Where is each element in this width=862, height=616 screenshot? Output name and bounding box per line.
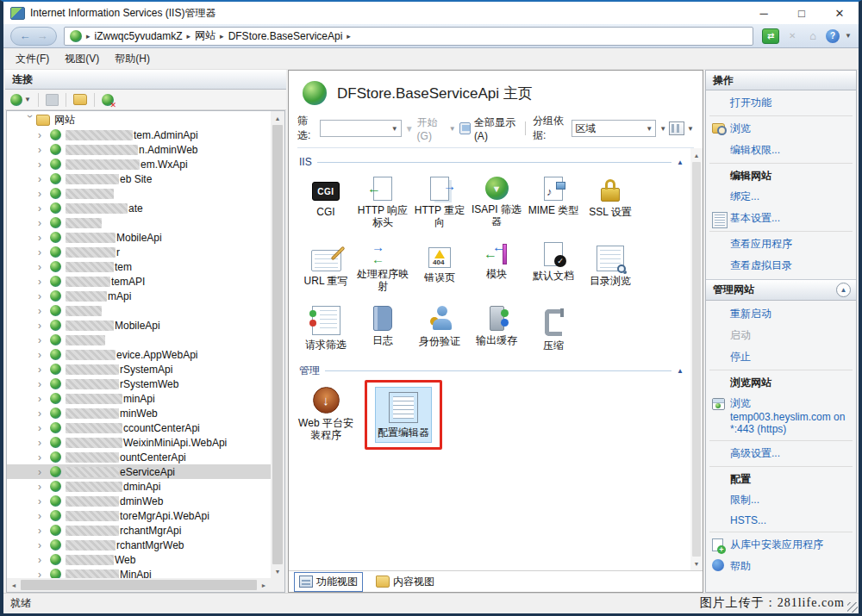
expand-chevron-icon[interactable]: › [38,451,50,464]
tree-site-item[interactable]: ›dminWeb [7,494,271,508]
view-left-dropdown-icon[interactable]: ▼ [659,125,666,133]
expand-chevron-icon[interactable]: › [38,437,50,449]
expand-chevron-icon[interactable]: › [38,246,50,258]
feature-mime-types[interactable]: MIME 类型 [525,171,582,221]
tree-site-item[interactable]: › [7,215,271,230]
refresh-icon[interactable]: ⇄ [762,28,779,44]
expand-chevron-icon[interactable]: › [38,495,50,507]
tree-site-item[interactable]: › [7,333,271,347]
feature-request-filtering[interactable]: 请求筛选 [297,301,354,355]
tree-site-item[interactable]: ›dminApi [7,479,271,494]
view-mode-icon[interactable] [669,121,684,135]
tab-features-view[interactable]: 功能视图 [294,572,363,592]
tree-site-item[interactable]: ›mApi [7,289,271,303]
expand-chevron-icon[interactable]: › [38,276,50,288]
tree-site-item[interactable]: ›rSystemWeb [7,376,271,391]
collapse-chevron-icon[interactable]: ▲ [677,159,684,166]
tree-site-item[interactable]: ›MobileApi [7,318,271,333]
forward-icon[interactable]: → [34,29,51,42]
collapse-chevron-icon[interactable]: › [24,115,36,127]
action-help[interactable]: 帮助 [706,556,856,577]
tree-site-item[interactable]: ›MobileApi [7,230,271,245]
tree-site-item[interactable]: ›tem [7,259,271,274]
breadcrumb-server[interactable]: iZwwqc5yvudamkZ [95,30,183,42]
expand-chevron-icon[interactable]: › [38,144,50,156]
expand-chevron-icon[interactable]: › [38,378,50,390]
tab-content-view[interactable]: 内容视图 [372,573,439,591]
tree-site-item[interactable]: ›tem.AdminApi [7,128,271,142]
tree-site-item[interactable]: ›minApi [7,391,271,406]
action-stop[interactable]: 停止 [706,346,856,368]
expand-chevron-icon[interactable]: › [38,334,50,346]
breadcrumb-separator-icon[interactable]: ▸ [347,32,351,40]
save-connections-icon[interactable] [46,94,59,106]
expand-chevron-icon[interactable]: › [38,290,50,302]
feature-default-document[interactable]: 默认文档 [525,237,582,286]
expand-chevron-icon[interactable]: › [38,261,50,273]
action-restart[interactable]: 重新启动 [706,303,856,325]
action-browse-site[interactable]: 浏览 temp003.heyslim.com on *:443 (https) [706,393,856,439]
help-icon[interactable]: ? [826,29,840,43]
action-view-applications[interactable]: 查看应用程序 [706,233,856,255]
menu-view[interactable]: 视图(V) [58,49,106,69]
tree-site-item[interactable]: ›WeixinMiniApi.WebApi [7,435,271,450]
collapse-circle-icon[interactable]: ▲ [836,283,851,297]
feature-compression[interactable]: 压缩 [525,301,582,356]
breadcrumb-separator-icon[interactable]: ▸ [220,32,224,40]
expand-chevron-icon[interactable]: › [38,305,50,317]
expand-chevron-icon[interactable]: › [38,525,50,537]
group-by-select[interactable]: 区域▼ [572,120,656,137]
expand-chevron-icon[interactable]: › [38,349,50,361]
expand-chevron-icon[interactable]: › [38,393,50,405]
scrollbar-thumb[interactable] [21,580,257,590]
scrollbar-thumb[interactable] [272,125,283,564]
expand-chevron-icon[interactable]: › [38,422,50,434]
action-hsts[interactable]: HSTS... [706,511,856,530]
menu-help[interactable]: 帮助(H) [108,49,157,69]
tree-site-item[interactable]: ›eServiceApi [7,464,271,479]
expand-chevron-icon[interactable]: › [38,159,50,171]
breadcrumb-sites[interactable]: 网站 [195,28,216,43]
feature-handler-mappings[interactable]: 处理程序映射 [354,237,411,297]
feature-directory-browsing[interactable]: 目录浏览 [582,237,639,291]
filter-input[interactable]: ▼ [320,120,402,137]
close-button[interactable]: ✕ [821,2,859,24]
breadcrumb-current-site[interactable]: DFStore.BaseServiceApi [228,30,343,42]
tree-site-item[interactable]: › [7,303,271,318]
expand-chevron-icon[interactable]: › [38,129,50,141]
tree-site-item[interactable]: ›toreMgrApi.WebApi [7,508,271,523]
tree-site-item[interactable]: ›em.WxApi [7,157,271,171]
feature-output-caching[interactable]: 输出缓存 [468,301,525,351]
expand-chevron-icon[interactable]: › [38,466,50,478]
feature-logging[interactable]: 日志 [354,301,411,351]
expand-chevron-icon[interactable]: › [38,217,50,229]
action-basic-settings[interactable]: 基本设置... [706,208,856,229]
feature-web-platform-installer[interactable]: Web 平台安装程序 [297,382,354,446]
expand-chevron-icon[interactable]: › [38,188,50,200]
action-advanced-settings[interactable]: 高级设置... [706,443,856,464]
feature-http-response-headers[interactable]: HTTP 响应标头 [354,171,411,233]
tree-site-item[interactable]: ›Web [7,552,271,567]
feature-authentication[interactable]: 身份验证 [411,301,468,352]
feature-configuration-editor[interactable]: 配置编辑器 [375,387,432,443]
tree-site-item[interactable]: ›r [7,245,271,259]
show-all-button[interactable]: 全部显示(A) [474,115,518,142]
menu-file[interactable]: 文件(F) [9,49,56,69]
feature-ssl-settings[interactable]: SSL 设置 [582,171,639,222]
feature-cgi[interactable]: CGI [297,171,354,222]
scroll-up-icon[interactable]: ▲ [690,148,703,162]
create-connection-button[interactable]: ▼ [10,94,31,106]
feature-modules[interactable]: 模块 [468,237,525,284]
tree-site-item[interactable]: ›eb Site [7,171,271,186]
tree-site-item[interactable]: ›rchantMgrApi [7,523,271,538]
features-scrollbar[interactable]: ▲ ▼ [690,148,703,570]
expand-chevron-icon[interactable]: › [38,554,50,566]
collapse-chevron-icon[interactable]: ▲ [677,367,684,375]
resize-grip[interactable] [847,602,858,613]
expand-chevron-icon[interactable]: › [38,481,50,493]
action-limits[interactable]: 限制... [706,489,856,511]
back-icon[interactable]: ← [16,29,34,42]
tree-site-item[interactable]: ›ate [7,201,271,215]
tree-vertical-scrollbar[interactable]: ▲ ▼ [271,111,284,578]
tree-site-item[interactable]: ›temAPI [7,274,271,289]
